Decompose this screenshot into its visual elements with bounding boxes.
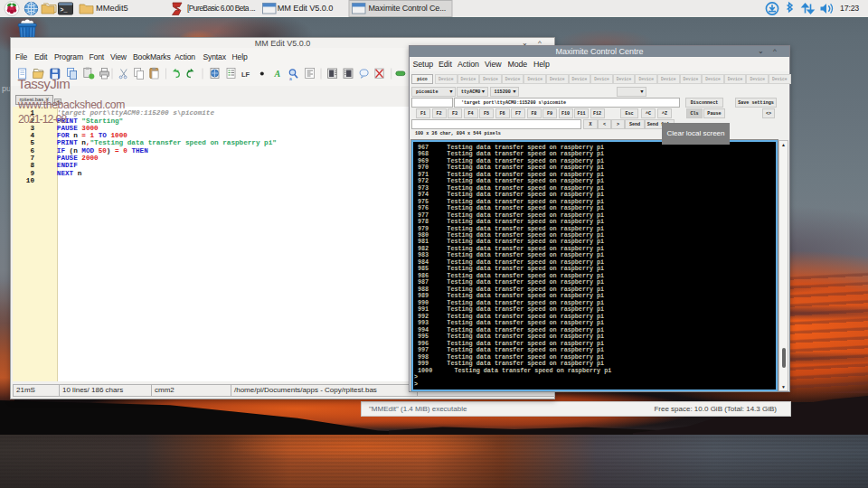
svg-text:a: a: [289, 76, 292, 81]
svg-text:LF: LF: [241, 70, 250, 79]
svg-text:>_: >_: [61, 7, 68, 14]
svg-text:A: A: [274, 69, 281, 79]
